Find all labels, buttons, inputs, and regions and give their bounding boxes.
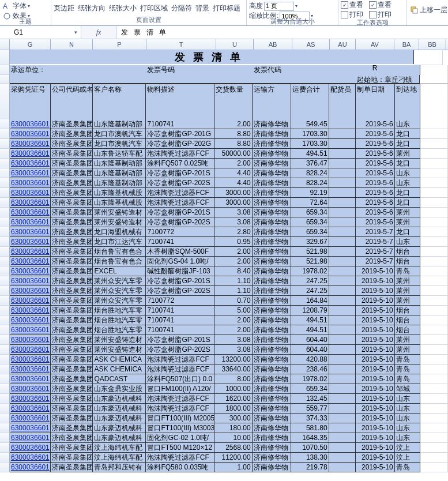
cell[interactable]: 济南修华物	[253, 286, 291, 296]
cell[interactable]: 济南圣泉集团	[51, 198, 93, 208]
cell[interactable]: 2.00	[214, 257, 253, 266]
cell[interactable]: 龙口海盟机械有	[93, 227, 146, 237]
cell[interactable]: ASK CHEMICA	[93, 355, 146, 364]
cell[interactable]: 8.80	[214, 129, 253, 139]
cell[interactable]: 山东隆基机械股	[93, 198, 146, 208]
cell[interactable]: 济南修华物	[253, 129, 291, 139]
cell[interactable]: 济南圣泉集团	[51, 139, 93, 149]
cell[interactable]: 济南圣泉集团	[51, 433, 93, 443]
row-number[interactable]	[0, 286, 10, 296]
cell[interactable]: 莱州	[395, 335, 421, 345]
cell[interactable]: 济南修华物	[253, 345, 291, 355]
worksheet[interactable]: 发票清单 承运单位： 发票号码 发票代码 R 起始地：章丘刁镇 采购凭证号 公司…	[0, 50, 448, 472]
col-header[interactable]: AV	[356, 39, 394, 50]
cell[interactable]: 济南圣泉集团	[51, 178, 93, 188]
cell[interactable]: 1703.30	[291, 139, 329, 149]
cell[interactable]: 6300036601	[10, 404, 51, 414]
row-number[interactable]	[0, 404, 10, 414]
cell[interactable]: 山东	[395, 168, 421, 178]
fx-icon[interactable]: fx	[81, 26, 116, 39]
cell[interactable]: 济南修华物	[253, 217, 291, 227]
cell[interactable]: 6300036601	[10, 286, 51, 296]
cell[interactable]: 莱州众安汽车零	[93, 296, 146, 306]
cell[interactable]: 2.00	[214, 315, 253, 325]
cell[interactable]: 2019-5-10	[356, 266, 394, 276]
cell[interactable]: 烟台鲁宝有色合	[93, 247, 146, 257]
cell[interactable]	[329, 159, 356, 168]
cell[interactable]: 8.80	[214, 139, 253, 149]
cell[interactable]: 青岛	[395, 355, 421, 364]
cell[interactable]: 828.24	[291, 178, 329, 188]
cell[interactable]: 济南修华物	[253, 208, 291, 217]
cell[interactable]: 冷芯盒树脂GP-202S	[146, 217, 214, 227]
cell[interactable]	[329, 178, 356, 188]
cell[interactable]: 济南圣泉集团	[51, 364, 93, 374]
cell[interactable]: 2019-5-10	[356, 306, 394, 315]
cell[interactable]: 济南修华物	[253, 188, 291, 198]
cell[interactable]: 6300036601	[10, 217, 51, 227]
cell[interactable]: 济南圣泉集团	[51, 159, 93, 168]
row-number[interactable]	[0, 65, 10, 75]
cell[interactable]: 376.47	[291, 159, 329, 168]
cell[interactable]: 龙口	[395, 129, 421, 139]
cell[interactable]: 2019-5-10	[356, 453, 394, 463]
col-header[interactable]: AS	[292, 39, 330, 50]
column-headers[interactable]: G N P T U AB AS AU AV BA BB	[0, 39, 448, 50]
cell[interactable]: 6300036601	[10, 355, 51, 364]
cell[interactable]: 6300036601	[10, 374, 51, 384]
row-number[interactable]	[0, 168, 10, 178]
cell[interactable]: 济南修华物	[253, 247, 291, 257]
row-number[interactable]	[0, 217, 10, 227]
cell[interactable]: 烟台胜地汽车零	[93, 306, 146, 315]
cell[interactable]: 2019-5-10	[356, 325, 394, 335]
breaks[interactable]: 分隔符	[171, 3, 192, 13]
cell[interactable]: 6300036601	[10, 139, 51, 149]
cell[interactable]: 6300036601	[10, 463, 51, 472]
cell[interactable]: ASK CHEMICA	[93, 364, 146, 374]
cell[interactable]: 济南圣泉集团	[51, 227, 93, 237]
cell[interactable]: 1978.02	[291, 266, 329, 276]
row-number[interactable]	[0, 384, 10, 394]
cell[interactable]: 2.00	[214, 325, 253, 335]
cell[interactable]: 6300036601	[10, 276, 51, 286]
cell[interactable]: 济南修华物	[253, 315, 291, 325]
cell[interactable]: 247.25	[291, 276, 329, 286]
cell[interactable]: 521.98	[291, 257, 329, 266]
cell[interactable]: 莱州众安汽车零	[93, 276, 146, 286]
cell[interactable]: 济南圣泉集团	[51, 266, 93, 276]
cell[interactable]: 山东隆基制动部	[93, 168, 146, 178]
cell[interactable]: 2019-5-6	[356, 159, 394, 168]
row-number[interactable]	[0, 443, 10, 453]
cell[interactable]: 冷芯盒树脂GP-201S	[146, 276, 214, 286]
cell[interactable]: 青岛	[395, 374, 421, 384]
cell[interactable]	[329, 266, 356, 276]
cell[interactable]: 6300036601	[10, 394, 51, 404]
cell[interactable]: 6300036601	[10, 384, 51, 394]
cell[interactable]: 莱州	[395, 149, 421, 159]
cell[interactable]: 3000.00	[214, 188, 253, 198]
cell[interactable]: 2019-5-10	[356, 433, 394, 443]
cell[interactable]: 2019-5-10	[356, 364, 394, 374]
cell[interactable]: 济南修华物	[253, 433, 291, 443]
cell[interactable]: 6300036601	[10, 168, 51, 178]
cell[interactable]: 2019-5-7	[356, 247, 394, 257]
cell[interactable]: 164.84	[291, 296, 329, 306]
cell[interactable]: 龙口	[395, 198, 421, 208]
cell[interactable]: 莱州	[395, 217, 421, 227]
cell[interactable]: 济南圣泉集团	[51, 394, 93, 404]
row-number[interactable]	[0, 463, 10, 472]
cell[interactable]	[329, 198, 356, 208]
row-number[interactable]	[0, 364, 10, 374]
cell[interactable]: 6300036601	[10, 453, 51, 463]
row-number[interactable]	[0, 335, 10, 345]
cell[interactable]: 冷芯盒树脂GP-202S	[146, 345, 214, 355]
cell[interactable]	[329, 286, 356, 296]
cell[interactable]: 4.40	[214, 178, 253, 188]
scale-height-input[interactable]	[264, 2, 294, 11]
cell[interactable]: 济南圣泉集团	[51, 404, 93, 414]
cell[interactable]	[329, 433, 356, 443]
cell[interactable]: 冒口FT100(III) M2005	[146, 414, 214, 423]
cell[interactable]: 2019-5-6	[356, 188, 394, 198]
print-titles[interactable]: 打印标题	[213, 3, 240, 13]
cell[interactable]: 2019-5-10	[356, 374, 394, 384]
